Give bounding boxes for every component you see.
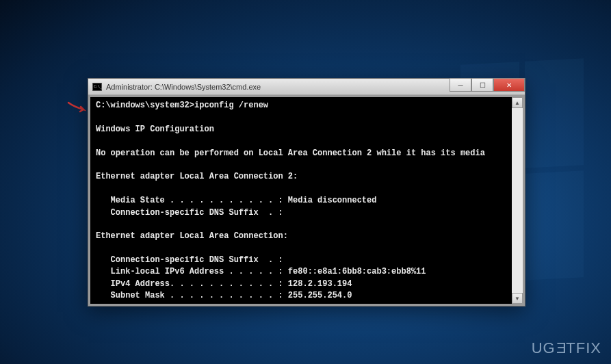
scrollbar[interactable]: ▲ ▼ xyxy=(512,97,523,304)
window-controls: ─ ☐ ✕ xyxy=(450,78,525,92)
close-button[interactable]: ✕ xyxy=(493,78,525,92)
maximize-button[interactable]: ☐ xyxy=(471,78,493,92)
scroll-up-button[interactable]: ▲ xyxy=(512,97,523,108)
cmd-icon xyxy=(92,83,102,91)
annotation-arrow xyxy=(67,101,88,115)
terminal-viewport[interactable]: C:\windows\system32>ipconfig /renew Wind… xyxy=(90,97,523,304)
cmd-window: Administrator: C:\Windows\System32\cmd.e… xyxy=(88,78,525,307)
minimize-button[interactable]: ─ xyxy=(450,78,471,92)
scroll-down-button[interactable]: ▼ xyxy=(512,293,523,304)
window-titlebar[interactable]: Administrator: C:\Windows\System32\cmd.e… xyxy=(88,79,525,95)
window-title: Administrator: C:\Windows\System32\cmd.e… xyxy=(106,83,261,91)
terminal-output: C:\windows\system32>ipconfig /renew Wind… xyxy=(96,100,517,304)
watermark-logo: UGETFIX xyxy=(532,339,601,357)
